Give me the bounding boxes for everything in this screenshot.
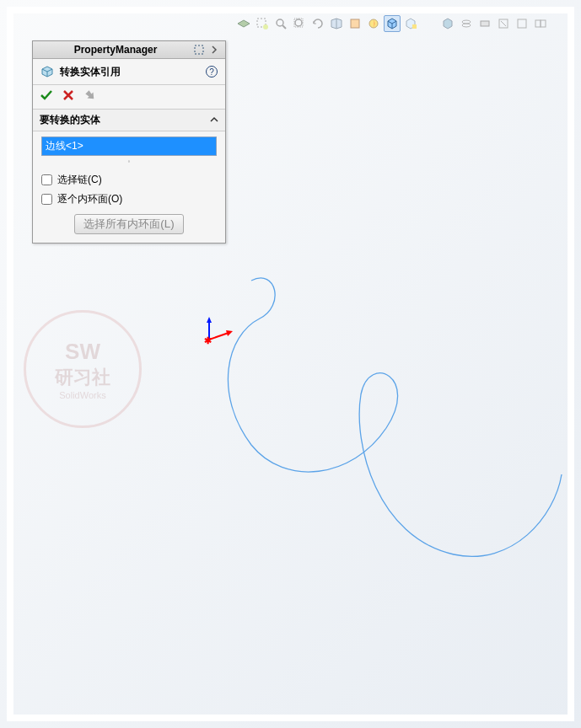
zoom-icon[interactable] <box>272 15 289 32</box>
shade-icon[interactable] <box>495 15 512 32</box>
panel-title: PropertyManager <box>38 44 193 56</box>
keep-visible-icon[interactable] <box>193 44 205 56</box>
checkbox-chain-input[interactable] <box>41 174 52 185</box>
svg-rect-16 <box>535 20 541 27</box>
view2-icon[interactable] <box>532 15 549 32</box>
svg-line-3 <box>282 25 286 29</box>
section-body: 边线<1> ◦ 选择链(C) 逐个内环面(O) 选择所有内环面(L) <box>33 131 225 243</box>
svg-point-2 <box>277 19 283 26</box>
panel-actions <box>33 85 225 109</box>
checkbox-chain-label: 选择链(C) <box>57 173 102 187</box>
cube2-icon[interactable] <box>402 15 419 32</box>
property-manager-panel: PropertyManager 转换实体引用 ? 要转换的实体 边线<1> ◦ … <box>32 40 226 244</box>
svg-rect-7 <box>351 19 359 28</box>
svg-rect-17 <box>541 20 546 27</box>
svg-text:✱: ✱ <box>204 335 212 345</box>
command-title: 转换实体引用 <box>60 65 200 79</box>
svg-marker-24 <box>226 330 233 336</box>
book-icon[interactable] <box>439 15 456 32</box>
box-select-icon[interactable] <box>254 15 271 32</box>
svg-text:?: ? <box>209 67 214 77</box>
selection-item[interactable]: 边线<1> <box>42 137 216 155</box>
panel-header: PropertyManager <box>33 41 225 59</box>
svg-point-11 <box>462 24 471 27</box>
rotate-icon[interactable] <box>309 15 326 32</box>
chevron-right-icon[interactable] <box>208 44 220 56</box>
svg-rect-9 <box>412 24 417 29</box>
svg-marker-22 <box>207 317 212 323</box>
ok-button[interactable] <box>40 88 53 102</box>
separator <box>421 15 438 32</box>
pushpin-icon[interactable] <box>83 88 97 102</box>
section-header-entities[interactable]: 要转换的实体 <box>33 109 225 131</box>
svg-line-23 <box>209 333 229 340</box>
svg-point-4 <box>295 19 302 26</box>
cube-icon[interactable] <box>384 15 401 32</box>
collapse-icon <box>210 115 218 126</box>
origin-triad: ✱ <box>196 314 239 356</box>
appearance-icon[interactable] <box>365 15 382 32</box>
resize-handle[interactable]: ◦ <box>41 158 217 165</box>
checkbox-inner-input[interactable] <box>41 194 52 205</box>
cancel-button[interactable] <box>62 88 75 102</box>
help-icon[interactable]: ? <box>205 65 218 78</box>
convert-entities-icon <box>40 64 55 79</box>
plane-icon[interactable] <box>235 15 252 32</box>
svg-rect-18 <box>195 46 203 54</box>
section-title: 要转换的实体 <box>40 113 100 127</box>
command-header: 转换实体引用 ? <box>33 59 225 85</box>
heads-up-toolbar <box>235 15 549 32</box>
section-icon[interactable] <box>328 15 345 32</box>
svg-point-1 <box>263 24 268 29</box>
view1-icon[interactable] <box>514 15 530 32</box>
zoom-fit-icon[interactable] <box>291 15 308 32</box>
selection-list[interactable]: 边线<1> <box>41 136 217 156</box>
svg-point-10 <box>462 20 471 24</box>
checkbox-inner-loops[interactable]: 逐个内环面(O) <box>41 190 217 209</box>
select-all-inner-button[interactable]: 选择所有内环面(L) <box>74 214 183 234</box>
checkbox-inner-label: 逐个内环面(O) <box>57 192 122 206</box>
svg-line-14 <box>501 21 506 26</box>
checkbox-select-chain[interactable]: 选择链(C) <box>41 170 217 190</box>
wire-icon[interactable] <box>476 15 493 32</box>
svg-rect-15 <box>518 19 526 28</box>
svg-rect-12 <box>481 21 489 26</box>
display-style-icon[interactable] <box>347 15 363 32</box>
tool-icon[interactable] <box>458 15 475 32</box>
